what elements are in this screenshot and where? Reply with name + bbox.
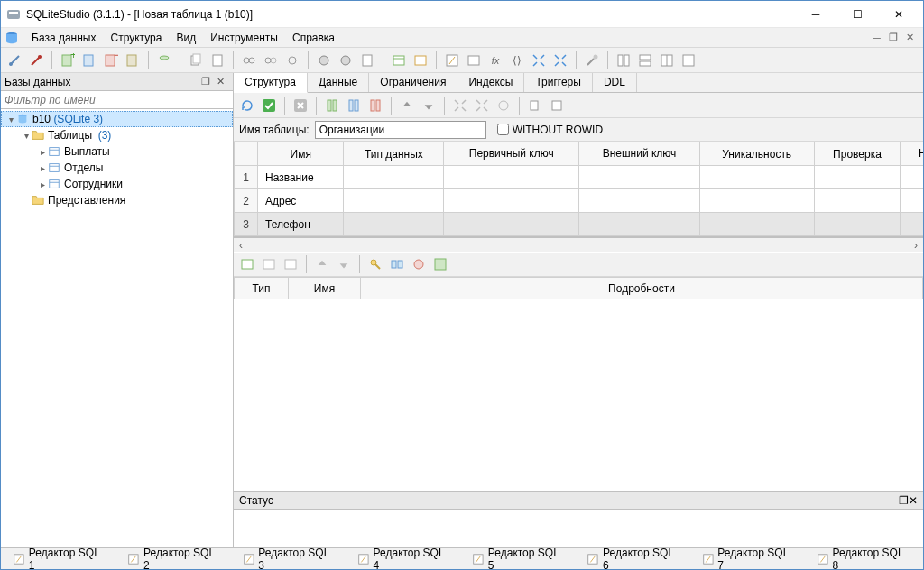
sql-editor-tab[interactable]: Редактор SQL 1 bbox=[5, 544, 116, 571]
cell[interactable] bbox=[579, 189, 699, 213]
filter-input[interactable] bbox=[1, 91, 233, 109]
move-up-button[interactable] bbox=[397, 96, 417, 115]
horizontal-scrollbar[interactable]: ‹ › bbox=[234, 237, 923, 252]
scroll-left-icon[interactable]: ‹ bbox=[234, 239, 248, 252]
details-body[interactable] bbox=[234, 299, 923, 491]
wrench-button[interactable] bbox=[582, 51, 602, 70]
another-button[interactable] bbox=[547, 96, 567, 115]
cell[interactable] bbox=[814, 166, 901, 189]
layout4-button[interactable] bbox=[679, 51, 698, 70]
cell[interactable] bbox=[814, 189, 901, 213]
delete-column-button[interactable] bbox=[365, 96, 385, 115]
reload-db-button[interactable] bbox=[123, 51, 143, 70]
table-edit-button[interactable] bbox=[411, 51, 430, 70]
expand-button[interactable] bbox=[529, 51, 549, 70]
expand-all-button[interactable] bbox=[450, 96, 470, 115]
cell[interactable] bbox=[579, 213, 699, 236]
fk-button[interactable] bbox=[387, 254, 407, 274]
close-button[interactable]: ✕ bbox=[878, 2, 919, 27]
fx-button[interactable]: fx bbox=[485, 51, 505, 70]
mdi-minimize-icon[interactable]: ─ bbox=[871, 32, 883, 44]
edit-constraint-button[interactable] bbox=[259, 254, 279, 274]
col-header-pk[interactable]: Первичный ключ bbox=[444, 142, 579, 166]
remove-db-button[interactable]: − bbox=[101, 51, 121, 70]
collapse-all-button[interactable] bbox=[472, 96, 492, 115]
menu-structure[interactable]: Структура bbox=[103, 29, 169, 47]
constraint-down-button[interactable] bbox=[334, 254, 354, 274]
sql-editor-tab[interactable]: Редактор SQL 8 bbox=[808, 544, 919, 571]
tab-constraints[interactable]: Ограничения bbox=[369, 73, 457, 92]
menu-view[interactable]: Вид bbox=[169, 29, 203, 47]
history-button[interactable] bbox=[464, 51, 484, 70]
gear2-icon[interactable] bbox=[336, 51, 356, 70]
chevron-right-icon[interactable]: ▸ bbox=[37, 179, 48, 189]
action-button[interactable] bbox=[494, 96, 513, 115]
views-folder[interactable]: ▸ Представления bbox=[1, 192, 233, 208]
edit-column-button[interactable] bbox=[344, 96, 364, 115]
db-node[interactable]: ▾ b10 (SQLite 3) bbox=[1, 111, 233, 127]
tab-structure[interactable]: Структура bbox=[234, 73, 308, 93]
sql-editor-tab[interactable]: Редактор SQL 6 bbox=[578, 544, 689, 571]
col-header-notnull[interactable]: Не NULL bbox=[901, 142, 923, 166]
add-column-button[interactable] bbox=[322, 96, 342, 115]
menu-help[interactable]: Справка bbox=[285, 29, 342, 47]
check-button[interactable] bbox=[430, 254, 450, 274]
cell[interactable] bbox=[814, 213, 901, 236]
sql-editor-tab[interactable]: Редактор SQL 2 bbox=[119, 544, 230, 571]
cell[interactable] bbox=[699, 166, 814, 189]
cell-name[interactable]: Телефон bbox=[258, 213, 344, 236]
sql-editor-tab[interactable]: Редактор SQL 7 bbox=[694, 544, 805, 571]
maximize-button[interactable]: ☐ bbox=[836, 2, 878, 27]
sql-editor-tab[interactable]: Редактор SQL 5 bbox=[464, 544, 575, 571]
cell[interactable] bbox=[579, 166, 699, 189]
copy-button[interactable] bbox=[186, 51, 206, 70]
copy-table-button[interactable] bbox=[525, 96, 545, 115]
cell[interactable] bbox=[444, 166, 579, 189]
commit-button[interactable] bbox=[259, 96, 279, 115]
tab-indexes[interactable]: Индексы bbox=[457, 73, 524, 92]
brackets-button[interactable]: ⟨⟩ bbox=[507, 51, 527, 70]
cell[interactable] bbox=[901, 213, 923, 236]
sql-editor-button[interactable] bbox=[442, 51, 462, 70]
details-header-detail[interactable]: Подробности bbox=[361, 278, 923, 299]
tablename-input[interactable] bbox=[315, 121, 486, 139]
scroll-right-icon[interactable]: › bbox=[909, 239, 923, 252]
tab-triggers[interactable]: Триггеры bbox=[524, 73, 593, 92]
connect-button[interactable] bbox=[5, 51, 24, 70]
cell[interactable] bbox=[344, 166, 444, 189]
tab-data[interactable]: Данные bbox=[308, 73, 369, 92]
add-db-button[interactable]: + bbox=[58, 51, 78, 70]
col-header-fk[interactable]: Внешний ключ bbox=[579, 142, 699, 166]
menu-database[interactable]: База данных bbox=[24, 29, 103, 47]
table-item[interactable]: ▸ Отделы bbox=[1, 160, 233, 176]
layout3-button[interactable] bbox=[657, 51, 677, 70]
pk-button[interactable] bbox=[365, 254, 385, 274]
table-row[interactable]: 2 Адрес NULL bbox=[235, 189, 924, 213]
mdi-close-icon[interactable]: ✕ bbox=[903, 32, 916, 44]
without-rowid-label[interactable]: WITHOUT ROWID bbox=[497, 124, 603, 136]
table-item[interactable]: ▸ Сотрудники bbox=[1, 176, 233, 192]
rollback-button[interactable] bbox=[291, 96, 310, 115]
cell[interactable] bbox=[344, 213, 444, 236]
layout1-button[interactable] bbox=[614, 51, 633, 70]
cell[interactable] bbox=[444, 213, 579, 236]
col-header-unique[interactable]: Уникальность bbox=[699, 142, 814, 166]
tab-ddl[interactable]: DDL bbox=[593, 73, 637, 92]
dock-icon[interactable]: ❐ bbox=[899, 494, 909, 507]
cell[interactable] bbox=[901, 189, 923, 213]
sql-editor-tab[interactable]: Редактор SQL 4 bbox=[349, 544, 460, 571]
disconnect-button[interactable] bbox=[26, 51, 46, 70]
link3-button[interactable] bbox=[282, 51, 302, 70]
table-item[interactable]: ▸ Выплаты bbox=[1, 143, 233, 160]
gear1-icon[interactable] bbox=[314, 51, 334, 70]
table-row[interactable]: 3 Телефон NULL bbox=[235, 213, 924, 236]
tables-folder[interactable]: ▾ Таблицы (3) bbox=[1, 127, 233, 143]
paste-button[interactable] bbox=[208, 51, 227, 70]
chevron-down-icon[interactable]: ▾ bbox=[21, 131, 32, 141]
without-rowid-checkbox[interactable] bbox=[497, 124, 509, 135]
unique-button[interactable] bbox=[409, 254, 429, 274]
details-header-name[interactable]: Имя bbox=[289, 278, 361, 299]
chevron-right-icon[interactable]: ▸ bbox=[37, 163, 48, 173]
link1-button[interactable] bbox=[239, 51, 259, 70]
cell[interactable] bbox=[699, 213, 814, 236]
